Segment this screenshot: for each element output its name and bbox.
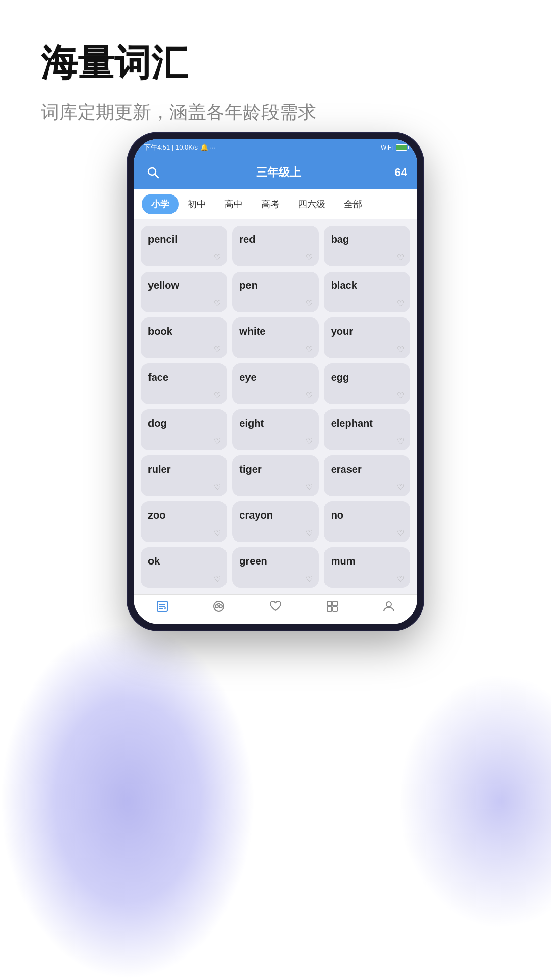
- nav-profile[interactable]: [382, 600, 395, 617]
- word-text: ok: [148, 555, 160, 567]
- word-text: red: [239, 234, 255, 246]
- word-card[interactable]: ruler♡: [141, 455, 227, 496]
- word-card[interactable]: crayon♡: [232, 501, 318, 542]
- tab-chuzhong[interactable]: 初中: [179, 194, 215, 214]
- word-card[interactable]: book♡: [141, 317, 227, 358]
- favorite-icon[interactable]: ♡: [214, 436, 221, 446]
- favorite-icon[interactable]: ♡: [306, 345, 313, 354]
- word-text: dog: [148, 418, 167, 429]
- word-card[interactable]: bag♡: [324, 226, 410, 266]
- word-text: eye: [239, 372, 256, 383]
- favorite-icon[interactable]: ♡: [214, 253, 221, 262]
- tab-sijiliuji[interactable]: 四六级: [289, 194, 335, 214]
- word-card[interactable]: tiger♡: [232, 455, 318, 496]
- word-text: eight: [239, 418, 264, 429]
- word-text: elephant: [331, 418, 373, 429]
- app-header: 三年级上 64: [134, 156, 417, 189]
- svg-line-1: [155, 174, 158, 178]
- word-card[interactable]: elephant♡: [324, 409, 410, 450]
- favorite-icon[interactable]: ♡: [397, 482, 404, 492]
- favorite-icon[interactable]: ♡: [306, 528, 313, 538]
- nav-favorite[interactable]: [269, 600, 282, 617]
- word-text: black: [331, 280, 357, 291]
- app-header-count: 64: [395, 166, 407, 179]
- favorite-icon[interactable]: ♡: [306, 299, 313, 308]
- word-card[interactable]: no♡: [324, 501, 410, 542]
- favorite-icon[interactable]: ♡: [397, 345, 404, 354]
- word-grid: pencil♡red♡bag♡yellow♡pen♡black♡book♡whi…: [134, 219, 417, 594]
- favorite-icon[interactable]: ♡: [397, 253, 404, 262]
- phone-screen: 下午4:51 | 10.0K/s 🔔 ··· WiFi 三年级上 64: [134, 139, 417, 624]
- favorite-icon[interactable]: ♡: [214, 528, 221, 538]
- favorite-icon[interactable]: ♡: [397, 528, 404, 538]
- favorite-icon[interactable]: ♡: [214, 345, 221, 354]
- word-card[interactable]: egg♡: [324, 363, 410, 404]
- word-card[interactable]: red♡: [232, 226, 318, 266]
- battery-icon: [396, 144, 407, 151]
- phone-wrapper: 下午4:51 | 10.0K/s 🔔 ··· WiFi 三年级上 64: [128, 133, 423, 630]
- favorite-icon[interactable]: ♡: [397, 574, 404, 584]
- bg-blob-left: [0, 623, 255, 980]
- word-text: your: [331, 326, 353, 337]
- word-text: face: [148, 372, 168, 383]
- app-header-title: 三年级上: [256, 165, 301, 180]
- word-card[interactable]: black♡: [324, 272, 410, 312]
- word-card[interactable]: white♡: [232, 317, 318, 358]
- word-card[interactable]: pencil♡: [141, 226, 227, 266]
- word-card[interactable]: mum♡: [324, 547, 410, 588]
- svg-rect-12: [327, 607, 332, 611]
- word-card[interactable]: pen♡: [232, 272, 318, 312]
- status-bar: 下午4:51 | 10.0K/s 🔔 ··· WiFi: [134, 139, 417, 156]
- word-card[interactable]: eraser♡: [324, 455, 410, 496]
- wifi-icon: WiFi: [381, 144, 393, 151]
- learn-icon: [212, 600, 226, 616]
- bottom-nav: A: [134, 594, 417, 624]
- vocab-icon: A: [156, 600, 169, 616]
- svg-rect-11: [333, 601, 337, 606]
- word-text: bag: [331, 234, 349, 246]
- page-header: 海量词汇 词库定期更新，涵盖各年龄段需求: [0, 0, 551, 125]
- word-card[interactable]: green♡: [232, 547, 318, 588]
- tab-gaozhong[interactable]: 高中: [215, 194, 252, 214]
- phone-frame: 下午4:51 | 10.0K/s 🔔 ··· WiFi 三年级上 64: [128, 133, 423, 630]
- favorite-icon[interactable]: ♡: [214, 574, 221, 584]
- favorite-icon[interactable]: ♡: [397, 390, 404, 400]
- tab-gaokao[interactable]: 高考: [252, 194, 289, 214]
- favorite-icon[interactable]: ♡: [214, 482, 221, 492]
- svg-rect-13: [333, 607, 337, 611]
- nav-vocab[interactable]: A: [156, 600, 169, 617]
- bg-blob-right: [398, 674, 551, 929]
- heart-nav-icon: [269, 600, 282, 616]
- favorite-icon[interactable]: ♡: [397, 299, 404, 308]
- word-card[interactable]: eight♡: [232, 409, 318, 450]
- word-text: zoo: [148, 509, 165, 521]
- favorite-icon[interactable]: ♡: [214, 299, 221, 308]
- word-card[interactable]: dog♡: [141, 409, 227, 450]
- favorite-icon[interactable]: ♡: [306, 482, 313, 492]
- word-text: mum: [331, 555, 356, 567]
- favorite-icon[interactable]: ♡: [306, 253, 313, 262]
- word-card[interactable]: eye♡: [232, 363, 318, 404]
- nav-learn[interactable]: [212, 600, 226, 617]
- favorite-icon[interactable]: ♡: [214, 390, 221, 400]
- tab-xiaoxue[interactable]: 小学: [142, 194, 179, 214]
- word-card[interactable]: yellow♡: [141, 272, 227, 312]
- word-text: book: [148, 326, 172, 337]
- word-text: pencil: [148, 234, 178, 246]
- search-button[interactable]: [144, 163, 162, 182]
- favorite-icon[interactable]: ♡: [306, 390, 313, 400]
- favorite-icon[interactable]: ♡: [306, 436, 313, 446]
- expand-icon: [325, 600, 339, 616]
- tab-quanbu[interactable]: 全部: [335, 194, 371, 214]
- word-card[interactable]: face♡: [141, 363, 227, 404]
- svg-point-8: [215, 605, 218, 608]
- nav-expand[interactable]: [325, 600, 339, 617]
- word-card[interactable]: zoo♡: [141, 501, 227, 542]
- word-text: crayon: [239, 509, 273, 521]
- svg-rect-10: [327, 601, 332, 606]
- profile-icon: [382, 600, 395, 616]
- favorite-icon[interactable]: ♡: [306, 574, 313, 584]
- favorite-icon[interactable]: ♡: [397, 436, 404, 446]
- word-card[interactable]: ok♡: [141, 547, 227, 588]
- word-card[interactable]: your♡: [324, 317, 410, 358]
